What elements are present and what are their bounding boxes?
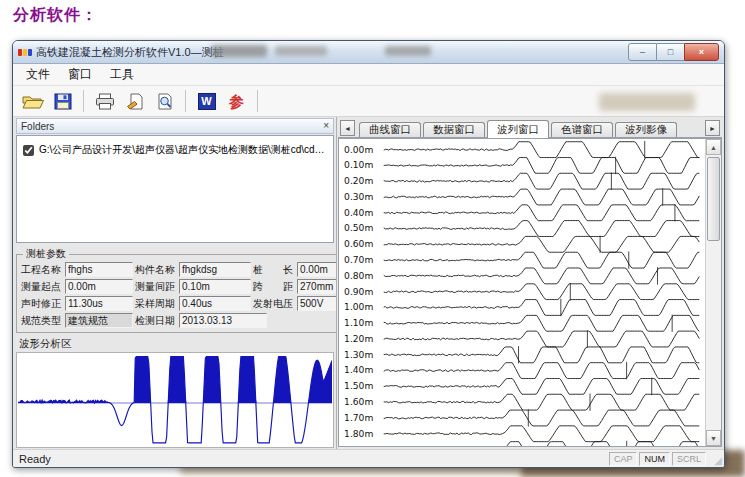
app-icon (18, 49, 32, 56)
open-file-button[interactable] (19, 89, 46, 114)
pile-length-field[interactable]: 0.00m (297, 262, 336, 277)
svg-text:1.00m: 1.00m (344, 303, 373, 313)
tab-spectrum-window[interactable]: 色谱窗口 (551, 122, 613, 137)
test-date-field[interactable]: 2013.03.13 (179, 313, 267, 328)
floppy-disk-icon (54, 93, 72, 110)
folder-tree-item[interactable]: G:\公司产品设计开发\超声仪器\超声仪实地检测数据\测桩cd\cd03\cd0… (23, 143, 330, 157)
tab-wavetrain-window[interactable]: 波列窗口 (487, 120, 549, 138)
folders-panel-title: Folders (21, 121, 54, 132)
svg-text:1.20m: 1.20m (344, 334, 373, 344)
blurred-region (599, 93, 695, 111)
caps-lock-indicator: CAP (609, 452, 638, 466)
waveform-analysis-plot[interactable] (16, 352, 334, 448)
svg-text:1.60m: 1.60m (344, 397, 373, 407)
app-window: 高铁建混凝土检测分析软件V1.0—测桩 – □ × 文件 窗口 工具 (12, 40, 725, 468)
params-group-title: 测桩参数 (23, 247, 69, 261)
sample-period-field[interactable]: 0.40us (179, 296, 251, 311)
printer-icon (95, 93, 115, 110)
params-row: 测量起点 0.00m 测量间距 0.10m 跨 距 270mm (21, 279, 336, 294)
svg-text:1.40m: 1.40m (344, 366, 373, 376)
param-label: 规范类型 (21, 314, 63, 328)
time-correction-field[interactable]: 11.30us (65, 296, 133, 311)
blurred-region (385, 46, 431, 56)
scrollbar-thumb[interactable] (707, 157, 720, 241)
svg-text:0.20m: 0.20m (344, 176, 373, 186)
close-folders-icon[interactable]: × (323, 121, 329, 131)
svg-text:0.80m: 0.80m (344, 271, 373, 281)
tab-scroll-left-button[interactable]: ◄ (340, 120, 355, 136)
svg-text:0.90m: 0.90m (344, 287, 373, 297)
tab-scroll-right-button[interactable]: ► (705, 120, 720, 136)
param-label: 测量间距 (135, 280, 177, 294)
params-row: 工程名称 fhghs 构件名称 fhgkdsg 桩 长 0.00m (21, 262, 336, 277)
voltage-field[interactable]: 500V (297, 296, 336, 311)
tab-label: 波列窗口 (497, 123, 539, 137)
maximize-button[interactable]: □ (657, 43, 684, 61)
scroll-up-button[interactable]: ▲ (706, 139, 721, 155)
param-label: 采样周期 (135, 297, 177, 311)
tab-label: 波列影像 (625, 123, 667, 137)
svg-text:1.80m: 1.80m (344, 429, 373, 439)
window-controls: – □ × (628, 43, 719, 61)
scrollbar-track[interactable] (706, 155, 721, 430)
measure-start-field[interactable]: 0.00m (65, 279, 133, 294)
params-row: 声时修正 11.30us 采样周期 0.40us 发射电压 500V (21, 296, 336, 311)
tab-curve-window[interactable]: 曲线窗口 (359, 122, 421, 137)
resize-grip-icon[interactable]: ◢ (714, 456, 722, 466)
wavetrain-display[interactable]: 0.00m0.10m0.20m0.30m0.40m0.50m0.60m0.70m… (338, 138, 722, 447)
right-panel: ◄ 曲线窗口 数据窗口 波列窗口 色谱窗口 波列影像 ► 0.00m0.10m0… (336, 117, 724, 449)
tab-waveimage-window[interactable]: 波列影像 (615, 122, 677, 137)
svg-text:0.40m: 0.40m (344, 208, 373, 218)
menu-bar: 文件 窗口 工具 (13, 64, 724, 86)
print-setup-button[interactable] (121, 89, 148, 114)
toolbar-separator (257, 90, 258, 112)
scroll-down-button[interactable]: ▼ (706, 430, 721, 446)
open-folder-icon (22, 93, 44, 110)
param-label: 工程名称 (21, 263, 63, 277)
window-titlebar[interactable]: 高铁建混凝土检测分析软件V1.0—测桩 – □ × (13, 41, 724, 64)
blurred-region (275, 46, 327, 56)
folders-tree: G:\公司产品设计开发\超声仪器\超声仪实地检测数据\测桩cd\cd03\cd0… (16, 135, 334, 243)
svg-text:1.50m: 1.50m (344, 381, 373, 391)
svg-text:0.60m: 0.60m (344, 239, 373, 249)
param-label: 发射电压 (253, 297, 295, 311)
scroll-lock-indicator: SCRL (672, 452, 706, 466)
analysis-waveform-svg (18, 354, 332, 446)
span-field[interactable]: 270mm (297, 279, 336, 294)
page-title: 分析软件： (13, 5, 98, 26)
project-name-field[interactable]: fhghs (65, 262, 133, 277)
minimize-button[interactable]: – (628, 43, 657, 61)
svg-text:0.30m: 0.30m (344, 192, 373, 202)
tab-label: 数据窗口 (433, 123, 475, 137)
parameters-button[interactable]: 参 (223, 89, 250, 114)
component-name-field[interactable]: fhgkdsg (179, 262, 251, 277)
save-button[interactable] (49, 89, 76, 114)
svg-text:1.70m: 1.70m (344, 413, 373, 423)
analysis-area-title: 波形分析区 (19, 337, 334, 351)
param-label: 测量起点 (21, 280, 63, 294)
print-button[interactable] (91, 89, 118, 114)
standard-type-dropdown[interactable]: 建筑规范 (65, 313, 133, 328)
svg-text:0.10m: 0.10m (344, 161, 373, 171)
tab-data-window[interactable]: 数据窗口 (423, 122, 485, 137)
toolbar-separator (185, 90, 186, 112)
param-label: 检测日期 (135, 314, 177, 328)
status-text: Ready (19, 453, 51, 465)
menu-file[interactable]: 文件 (17, 64, 59, 85)
tab-strip: ◄ 曲线窗口 数据窗口 波列窗口 色谱窗口 波列影像 ► (338, 118, 722, 138)
parameters-icon: 参 (229, 94, 244, 109)
measure-interval-field[interactable]: 0.10m (179, 279, 251, 294)
print-preview-button[interactable] (151, 89, 178, 114)
folder-checkbox[interactable] (23, 145, 34, 156)
menu-window[interactable]: 窗口 (59, 64, 101, 85)
word-export-button[interactable]: W (193, 89, 220, 114)
folders-panel-header[interactable]: Folders × (16, 118, 334, 134)
svg-text:1.10m: 1.10m (344, 318, 373, 328)
page-magnifier-icon (156, 93, 174, 110)
vertical-scrollbar[interactable]: ▲ ▼ (705, 139, 721, 446)
svg-text:1.30m: 1.30m (344, 350, 373, 360)
screenshot-page: 分析软件： 高铁建混凝土检测分析软件V1.0—测桩 – □ × 文件 窗口 工具 (0, 0, 745, 477)
window-title: 高铁建混凝土检测分析软件V1.0—测桩 (36, 45, 224, 60)
close-button[interactable]: × (684, 43, 719, 61)
menu-tools[interactable]: 工具 (101, 64, 143, 85)
